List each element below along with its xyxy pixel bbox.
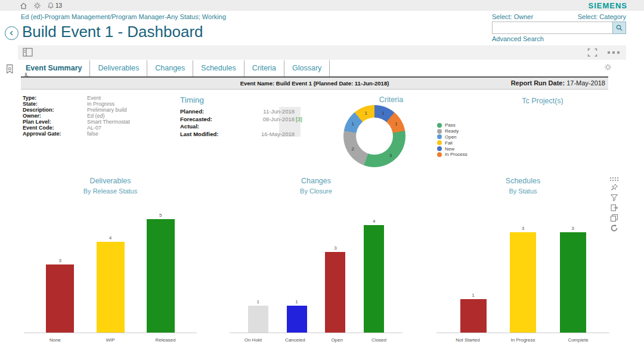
detail-value: Preliminary build bbox=[87, 107, 172, 113]
pin-icon[interactable] bbox=[610, 183, 618, 192]
bar-not-started[interactable] bbox=[460, 299, 487, 333]
category-label: Released bbox=[142, 337, 190, 343]
bar-value-label: 5 bbox=[159, 213, 162, 218]
bar-value-label: 3 bbox=[334, 245, 336, 251]
category-label: Canceled bbox=[277, 337, 314, 343]
tab-deliverables[interactable]: Deliverables bbox=[90, 60, 147, 76]
bar-group-not-started: 1 bbox=[460, 293, 487, 333]
legend-dot bbox=[437, 146, 442, 151]
refresh-icon[interactable] bbox=[610, 224, 618, 232]
detail-value: Smart Thermostat bbox=[87, 119, 172, 125]
legend-item-open: Open bbox=[437, 134, 467, 140]
notification-count: 13 bbox=[55, 2, 62, 9]
side-toolbar bbox=[609, 177, 619, 232]
advanced-search-link[interactable]: Advanced Search bbox=[492, 35, 544, 42]
fullscreen-icon[interactable] bbox=[587, 48, 597, 57]
timing-row: Planned:11-Jun-2018 bbox=[180, 108, 299, 116]
select-category[interactable]: Select: Category bbox=[578, 13, 626, 20]
detail-row: State:In Progress bbox=[23, 101, 172, 107]
timing-row: Last Modified:16-May-2018 bbox=[180, 131, 299, 139]
report-run-date-label: Report Run Date: bbox=[511, 79, 565, 87]
settings-gear-icon[interactable] bbox=[604, 63, 612, 71]
bar-value-label: 3 bbox=[522, 226, 524, 231]
donut-segment-value: 1 bbox=[395, 121, 397, 127]
bar-released[interactable] bbox=[147, 219, 175, 333]
notifications[interactable]: 13 bbox=[47, 2, 62, 10]
home-icon[interactable] bbox=[20, 2, 27, 10]
criteria-donut-chart[interactable]: 113211 bbox=[343, 105, 405, 167]
tab-event-summary[interactable]: Event Summary bbox=[18, 60, 90, 76]
bar-value-label: 3 bbox=[59, 258, 61, 263]
detail-value: false bbox=[87, 131, 172, 137]
chart-subtitle: By Release Status bbox=[24, 187, 197, 195]
bar-value-label: 3 bbox=[571, 226, 574, 231]
select-owner[interactable]: Select: Owner bbox=[492, 13, 533, 20]
timing-value: 16-May-2018 bbox=[235, 131, 295, 139]
bar-group-released: 5 bbox=[147, 213, 175, 333]
search-icon bbox=[615, 24, 623, 32]
legend-dot bbox=[437, 123, 442, 128]
more-options-icon[interactable] bbox=[607, 50, 620, 55]
tab-criteria[interactable]: Criteria bbox=[244, 60, 284, 76]
legend-item-ready: Ready bbox=[437, 128, 467, 134]
bookmark-star-icon[interactable] bbox=[5, 64, 15, 74]
bar-value-label: 4 bbox=[109, 235, 112, 241]
back-button[interactable] bbox=[5, 26, 18, 40]
category-label: On Hold bbox=[234, 337, 271, 343]
tab-glossary[interactable]: Glossary bbox=[284, 60, 330, 76]
timing-label: Planned: bbox=[180, 108, 235, 116]
legend-item-new: New bbox=[437, 146, 467, 152]
bar-open[interactable] bbox=[325, 252, 345, 333]
legend-label: New bbox=[445, 146, 454, 152]
tab-schedules[interactable]: Schedules bbox=[193, 60, 244, 76]
detail-label: Description: bbox=[23, 107, 87, 113]
bar-canceled[interactable] bbox=[287, 306, 307, 333]
timing-title: Timing bbox=[180, 96, 204, 104]
tab-changes[interactable]: Changes bbox=[147, 60, 193, 76]
schedules-chart: Schedules By Status 133 Not StartedIn Pr… bbox=[436, 177, 609, 343]
criteria-legend: PassReadyOpenFailNewIn Process bbox=[437, 122, 467, 158]
donut-hole bbox=[356, 118, 393, 155]
drag-handle-icon[interactable] bbox=[609, 177, 619, 182]
legend-label: In Process bbox=[445, 152, 467, 157]
copy-icon[interactable] bbox=[610, 214, 618, 222]
category-label: Complete bbox=[555, 337, 602, 343]
bell-icon bbox=[47, 2, 54, 10]
category-label: None bbox=[32, 337, 79, 343]
category-label: Open bbox=[318, 337, 355, 343]
bar-value-label: 1 bbox=[472, 293, 474, 298]
layout-icon[interactable] bbox=[23, 48, 33, 57]
tc-projects-title: Tc Project(s) bbox=[504, 97, 581, 105]
bar-closed[interactable] bbox=[364, 225, 384, 333]
gear-icon[interactable] bbox=[33, 2, 41, 10]
detail-label: State: bbox=[23, 101, 87, 107]
timing-value bbox=[235, 123, 295, 131]
filter-icon[interactable] bbox=[610, 193, 618, 202]
bar-none[interactable] bbox=[46, 264, 74, 333]
legend-label: Ready bbox=[445, 128, 459, 134]
bar-group-complete: 3 bbox=[560, 226, 586, 333]
timing-note: [3] bbox=[295, 116, 302, 124]
category-label: WIP bbox=[86, 337, 134, 343]
donut-segment-value: 1 bbox=[382, 110, 384, 115]
bar-complete[interactable] bbox=[560, 232, 586, 333]
toolbar bbox=[18, 45, 626, 60]
bar-on-hold[interactable] bbox=[248, 306, 268, 333]
tab-bar: Event SummaryDeliverablesChangesSchedule… bbox=[18, 60, 330, 76]
search-button[interactable] bbox=[612, 21, 626, 34]
bar-wip[interactable] bbox=[97, 242, 125, 333]
detail-label: Approval Gate: bbox=[23, 131, 87, 137]
export-icon[interactable] bbox=[610, 204, 618, 212]
bar-value-label: 1 bbox=[295, 299, 298, 304]
donut-segment-value: 2 bbox=[351, 146, 354, 152]
bar-group-wip: 4 bbox=[97, 235, 125, 333]
app-window: 13 SIEMENS Ed (ed)-Program Management/Pr… bbox=[0, 0, 644, 363]
bar-group-on-hold: 1 bbox=[248, 299, 268, 333]
detail-row: Owner:Ed (ed) bbox=[23, 113, 172, 119]
category-label: In Progress bbox=[499, 337, 547, 343]
chart-title: Changes bbox=[230, 177, 402, 185]
detail-label: Type: bbox=[23, 95, 87, 101]
bar-in-progress[interactable] bbox=[510, 232, 536, 333]
detail-row: Type:Event bbox=[23, 95, 172, 101]
search-input[interactable] bbox=[492, 21, 626, 34]
